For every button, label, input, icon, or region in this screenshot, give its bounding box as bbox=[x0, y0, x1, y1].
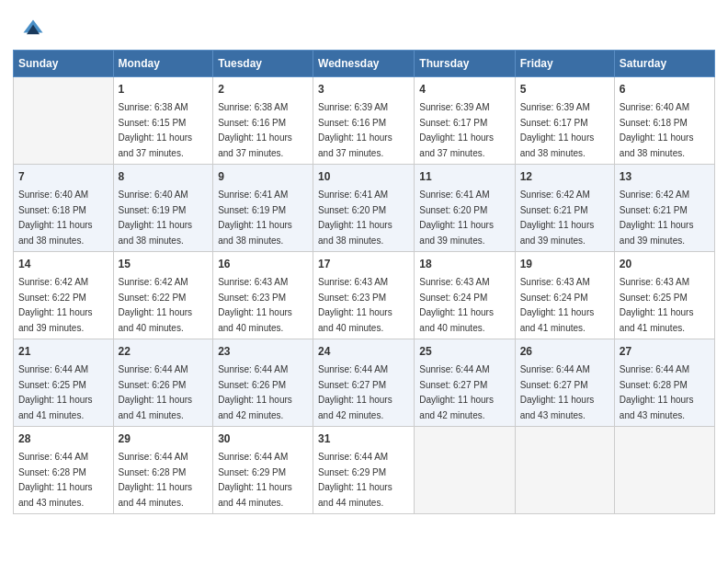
day-cell: 1 Sunrise: 6:38 AMSunset: 6:15 PMDayligh… bbox=[113, 77, 213, 165]
logo bbox=[20, 17, 48, 42]
day-info: Sunrise: 6:41 AMSunset: 6:19 PMDaylight:… bbox=[218, 190, 292, 246]
day-cell: 26 Sunrise: 6:44 AMSunset: 6:27 PMDaylig… bbox=[515, 339, 614, 427]
day-number: 27 bbox=[620, 343, 710, 360]
week-row-4: 21 Sunrise: 6:44 AMSunset: 6:25 PMDaylig… bbox=[14, 339, 715, 427]
day-number: 4 bbox=[419, 81, 509, 98]
day-info: Sunrise: 6:44 AMSunset: 6:28 PMDaylight:… bbox=[119, 452, 193, 508]
day-info: Sunrise: 6:44 AMSunset: 6:27 PMDaylight:… bbox=[419, 364, 494, 420]
day-number: 22 bbox=[119, 343, 209, 360]
day-info: Sunrise: 6:44 AMSunset: 6:29 PMDaylight:… bbox=[318, 452, 392, 508]
col-header-thursday: Thursday bbox=[415, 51, 515, 77]
day-number: 26 bbox=[520, 343, 609, 360]
day-cell: 23 Sunrise: 6:44 AMSunset: 6:26 PMDaylig… bbox=[213, 339, 313, 427]
day-cell: 17 Sunrise: 6:43 AMSunset: 6:23 PMDaylig… bbox=[313, 252, 415, 339]
day-number: 15 bbox=[119, 256, 209, 272]
day-number: 25 bbox=[419, 343, 509, 360]
day-info: Sunrise: 6:42 AMSunset: 6:22 PMDaylight:… bbox=[119, 277, 193, 333]
day-info: Sunrise: 6:39 AMSunset: 6:17 PMDaylight:… bbox=[419, 102, 494, 158]
day-number: 2 bbox=[218, 81, 308, 98]
day-cell bbox=[14, 77, 114, 165]
day-info: Sunrise: 6:44 AMSunset: 6:27 PMDaylight:… bbox=[318, 364, 392, 420]
day-info: Sunrise: 6:39 AMSunset: 6:16 PMDaylight:… bbox=[318, 102, 392, 158]
day-number: 20 bbox=[620, 256, 710, 272]
day-number: 7 bbox=[18, 168, 108, 185]
day-number: 23 bbox=[218, 343, 308, 360]
page: SundayMondayTuesdayWednesdayThursdayFrid… bbox=[0, 0, 728, 563]
day-info: Sunrise: 6:44 AMSunset: 6:26 PMDaylight:… bbox=[119, 364, 193, 420]
day-info: Sunrise: 6:41 AMSunset: 6:20 PMDaylight:… bbox=[318, 190, 392, 246]
day-cell: 13 Sunrise: 6:42 AMSunset: 6:21 PMDaylig… bbox=[614, 165, 714, 252]
col-header-monday: Monday bbox=[113, 51, 213, 77]
day-number: 18 bbox=[419, 256, 509, 272]
day-number: 10 bbox=[318, 168, 409, 185]
day-cell: 24 Sunrise: 6:44 AMSunset: 6:27 PMDaylig… bbox=[313, 339, 415, 427]
day-cell: 2 Sunrise: 6:38 AMSunset: 6:16 PMDayligh… bbox=[213, 77, 313, 165]
day-cell: 3 Sunrise: 6:39 AMSunset: 6:16 PMDayligh… bbox=[313, 77, 415, 165]
day-number: 13 bbox=[620, 168, 710, 185]
day-info: Sunrise: 6:40 AMSunset: 6:18 PMDaylight:… bbox=[620, 102, 694, 158]
header-row: SundayMondayTuesdayWednesdayThursdayFrid… bbox=[14, 51, 715, 77]
day-cell bbox=[515, 427, 614, 514]
day-info: Sunrise: 6:39 AMSunset: 6:17 PMDaylight:… bbox=[520, 102, 595, 158]
day-cell: 19 Sunrise: 6:43 AMSunset: 6:24 PMDaylig… bbox=[515, 252, 614, 339]
day-cell: 10 Sunrise: 6:41 AMSunset: 6:20 PMDaylig… bbox=[313, 165, 415, 252]
day-number: 5 bbox=[520, 81, 609, 98]
day-cell: 28 Sunrise: 6:44 AMSunset: 6:28 PMDaylig… bbox=[14, 427, 114, 514]
day-info: Sunrise: 6:44 AMSunset: 6:26 PMDaylight:… bbox=[218, 364, 292, 420]
day-number: 8 bbox=[119, 168, 209, 185]
day-info: Sunrise: 6:38 AMSunset: 6:16 PMDaylight:… bbox=[218, 102, 292, 158]
day-info: Sunrise: 6:44 AMSunset: 6:25 PMDaylight:… bbox=[18, 364, 93, 420]
day-info: Sunrise: 6:40 AMSunset: 6:19 PMDaylight:… bbox=[119, 190, 193, 246]
day-info: Sunrise: 6:42 AMSunset: 6:21 PMDaylight:… bbox=[620, 190, 694, 246]
day-number: 17 bbox=[318, 256, 409, 272]
day-number: 24 bbox=[318, 343, 409, 360]
day-cell: 31 Sunrise: 6:44 AMSunset: 6:29 PMDaylig… bbox=[313, 427, 415, 514]
day-cell: 7 Sunrise: 6:40 AMSunset: 6:18 PMDayligh… bbox=[14, 165, 114, 252]
col-header-tuesday: Tuesday bbox=[213, 51, 313, 77]
day-cell: 25 Sunrise: 6:44 AMSunset: 6:27 PMDaylig… bbox=[415, 339, 515, 427]
day-cell: 30 Sunrise: 6:44 AMSunset: 6:29 PMDaylig… bbox=[213, 427, 313, 514]
day-cell: 4 Sunrise: 6:39 AMSunset: 6:17 PMDayligh… bbox=[415, 77, 515, 165]
col-header-sunday: Sunday bbox=[14, 51, 114, 77]
day-cell: 9 Sunrise: 6:41 AMSunset: 6:19 PMDayligh… bbox=[213, 165, 313, 252]
week-row-1: 1 Sunrise: 6:38 AMSunset: 6:15 PMDayligh… bbox=[14, 77, 715, 165]
day-number: 6 bbox=[620, 81, 710, 98]
day-cell: 16 Sunrise: 6:43 AMSunset: 6:23 PMDaylig… bbox=[213, 252, 313, 339]
day-info: Sunrise: 6:43 AMSunset: 6:24 PMDaylight:… bbox=[520, 277, 595, 333]
day-cell: 22 Sunrise: 6:44 AMSunset: 6:26 PMDaylig… bbox=[113, 339, 213, 427]
day-cell bbox=[614, 427, 714, 514]
day-number: 28 bbox=[18, 431, 108, 447]
day-number: 12 bbox=[520, 168, 609, 185]
day-cell: 29 Sunrise: 6:44 AMSunset: 6:28 PMDaylig… bbox=[113, 427, 213, 514]
day-cell: 20 Sunrise: 6:43 AMSunset: 6:25 PMDaylig… bbox=[614, 252, 714, 339]
day-number: 1 bbox=[119, 81, 209, 98]
day-number: 16 bbox=[218, 256, 308, 272]
day-info: Sunrise: 6:43 AMSunset: 6:23 PMDaylight:… bbox=[218, 277, 292, 333]
day-info: Sunrise: 6:43 AMSunset: 6:23 PMDaylight:… bbox=[318, 277, 392, 333]
day-info: Sunrise: 6:38 AMSunset: 6:15 PMDaylight:… bbox=[119, 102, 193, 158]
day-cell: 14 Sunrise: 6:42 AMSunset: 6:22 PMDaylig… bbox=[14, 252, 114, 339]
day-info: Sunrise: 6:44 AMSunset: 6:27 PMDaylight:… bbox=[520, 364, 595, 420]
day-cell: 18 Sunrise: 6:43 AMSunset: 6:24 PMDaylig… bbox=[415, 252, 515, 339]
day-info: Sunrise: 6:43 AMSunset: 6:25 PMDaylight:… bbox=[620, 277, 694, 333]
header bbox=[0, 0, 728, 50]
day-number: 30 bbox=[218, 431, 308, 447]
day-info: Sunrise: 6:42 AMSunset: 6:21 PMDaylight:… bbox=[520, 190, 595, 246]
day-number: 29 bbox=[119, 431, 209, 447]
day-cell: 12 Sunrise: 6:42 AMSunset: 6:21 PMDaylig… bbox=[515, 165, 614, 252]
day-info: Sunrise: 6:44 AMSunset: 6:29 PMDaylight:… bbox=[218, 452, 292, 508]
day-cell: 15 Sunrise: 6:42 AMSunset: 6:22 PMDaylig… bbox=[113, 252, 213, 339]
col-header-saturday: Saturday bbox=[614, 51, 714, 77]
day-cell: 27 Sunrise: 6:44 AMSunset: 6:28 PMDaylig… bbox=[614, 339, 714, 427]
day-info: Sunrise: 6:41 AMSunset: 6:20 PMDaylight:… bbox=[419, 190, 494, 246]
day-number: 3 bbox=[318, 81, 409, 98]
day-info: Sunrise: 6:44 AMSunset: 6:28 PMDaylight:… bbox=[620, 364, 694, 420]
logo-icon bbox=[20, 17, 46, 42]
day-info: Sunrise: 6:43 AMSunset: 6:24 PMDaylight:… bbox=[419, 277, 494, 333]
week-row-3: 14 Sunrise: 6:42 AMSunset: 6:22 PMDaylig… bbox=[14, 252, 715, 339]
day-info: Sunrise: 6:42 AMSunset: 6:22 PMDaylight:… bbox=[18, 277, 93, 333]
day-cell: 8 Sunrise: 6:40 AMSunset: 6:19 PMDayligh… bbox=[113, 165, 213, 252]
col-header-friday: Friday bbox=[515, 51, 614, 77]
day-number: 21 bbox=[18, 343, 108, 360]
day-number: 11 bbox=[419, 168, 509, 185]
